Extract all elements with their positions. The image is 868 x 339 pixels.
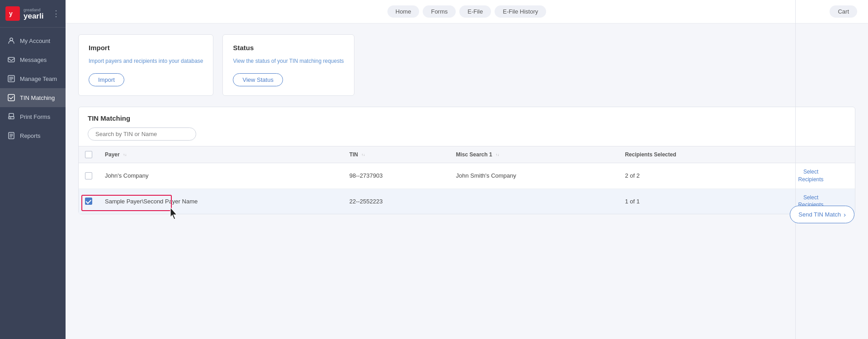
main-content: Home Forms E-File E-File History Cart Im…: [66, 0, 868, 339]
svg-rect-2: [8, 57, 14, 62]
cards-row: Import Import payers and recipients into…: [78, 34, 855, 96]
row2-tin: 22--2552223: [343, 188, 450, 214]
svg-rect-5: [9, 113, 14, 117]
tin-matching-section: TIN Matching Payer ↑↓: [78, 107, 855, 214]
logo-icon: y: [5, 6, 20, 21]
send-tin-match-arrow-icon: ›: [844, 211, 846, 218]
row1-tin: 98--2737903: [343, 163, 450, 189]
sidebar-item-reports[interactable]: Reports: [0, 126, 66, 145]
header-checkbox-col: [79, 146, 99, 163]
header-misc-search: Misc Search 1 ↑↓: [450, 146, 619, 163]
row2-checkbox-cell: [79, 188, 99, 214]
import-card-title: Import: [89, 44, 203, 52]
sidebar-item-tin-matching-label: TIN Matching: [20, 94, 55, 101]
table-row-highlighted: Sample Payer\Second Payer Name 22--25522…: [79, 188, 855, 214]
import-card: Import Import payers and recipients into…: [78, 34, 213, 96]
sidebar-item-messages-label: Messages: [20, 56, 47, 63]
row2-misc-search: [450, 188, 619, 214]
print-forms-icon: [7, 113, 15, 121]
tin-matching-header: TIN Matching: [79, 107, 855, 122]
sidebar-item-reports-label: Reports: [20, 132, 41, 139]
status-card-title: Status: [233, 44, 344, 52]
table-header-row: Payer ↑↓ TIN ↑↓ Misc Search 1 ↑↓ Recip: [79, 146, 855, 163]
sidebar-item-tin-matching[interactable]: TIN Matching: [0, 88, 66, 107]
select-all-checkbox[interactable]: [85, 151, 92, 158]
tin-sort-icon[interactable]: ↑↓: [361, 153, 365, 157]
row1-select-recipients: SelectRecipients: [767, 163, 855, 189]
manage-team-icon: [7, 75, 15, 83]
payer-sort-icon[interactable]: ↑↓: [123, 153, 127, 157]
content-area: Import Import payers and recipients into…: [66, 24, 868, 339]
view-status-button[interactable]: View Status: [233, 73, 283, 86]
sidebar-menu-icon[interactable]: ⋮: [52, 9, 60, 19]
sidebar: y greatland yearli ⋮ My Account: [0, 0, 66, 339]
messages-icon: [7, 56, 15, 64]
tin-matching-table: Payer ↑↓ TIN ↑↓ Misc Search 1 ↑↓ Recip: [79, 146, 855, 214]
sidebar-navigation: My Account Messages Manage Team: [0, 28, 66, 149]
row2-payer: Sample Payer\Second Payer Name: [99, 188, 343, 214]
status-card: Status View the status of your TIN match…: [222, 34, 354, 96]
send-tin-match-label: Send TIN Match: [798, 211, 841, 218]
send-tin-match-button[interactable]: Send TIN Match ›: [790, 206, 854, 223]
table-row: John's Company 98--2737903 John Smith's …: [79, 163, 855, 189]
tin-search-input[interactable]: [88, 127, 196, 141]
sidebar-item-manage-team-label: Manage Team: [20, 75, 57, 82]
row2-recipients: 1 of 1: [618, 188, 767, 214]
row1-misc-search: John Smith's Company: [450, 163, 619, 189]
top-nav-links: Home Forms E-File E-File History: [387, 5, 547, 18]
header-tin: TIN ↑↓: [343, 146, 450, 163]
sidebar-item-messages[interactable]: Messages: [0, 50, 66, 69]
logo-text: greatland yearli: [24, 8, 43, 20]
top-navigation: Home Forms E-File E-File History Cart: [66, 0, 868, 24]
sidebar-item-print-forms[interactable]: Print Forms: [0, 107, 66, 126]
logo-bar: y greatland yearli ⋮: [0, 0, 66, 28]
header-recipients: Recipients Selected: [618, 146, 767, 163]
row1-checkbox[interactable]: [85, 172, 92, 179]
reports-icon: [7, 132, 15, 140]
my-account-icon: [7, 37, 15, 45]
row1-recipients: 2 of 2: [618, 163, 767, 189]
svg-rect-7: [9, 118, 11, 118]
tin-search-area: [79, 122, 855, 146]
sidebar-item-manage-team[interactable]: Manage Team: [0, 69, 66, 88]
sidebar-item-my-account[interactable]: My Account: [0, 31, 66, 50]
header-actions: [767, 146, 855, 163]
nav-efile[interactable]: E-File: [459, 5, 491, 18]
svg-point-1: [10, 38, 13, 41]
status-card-description: View the status of your TIN matching req…: [233, 57, 344, 65]
tin-matching-icon: [7, 94, 15, 102]
table-body: John's Company 98--2737903 John Smith's …: [79, 163, 855, 214]
cart-button[interactable]: Cart: [830, 5, 857, 18]
row2-checkbox[interactable]: [85, 198, 92, 205]
nav-efile-history[interactable]: E-File History: [495, 5, 546, 18]
svg-text:y: y: [9, 10, 13, 17]
row1-payer: John's Company: [99, 163, 343, 189]
header-payer: Payer ↑↓: [99, 146, 343, 163]
row1-select-link[interactable]: SelectRecipients: [773, 168, 849, 184]
nav-home[interactable]: Home: [387, 5, 420, 18]
sidebar-item-print-forms-label: Print Forms: [20, 113, 50, 120]
row1-checkbox-cell: [79, 163, 99, 189]
misc-sort-icon[interactable]: ↑↓: [495, 153, 499, 157]
right-divider: [795, 0, 796, 339]
import-button[interactable]: Import: [89, 73, 124, 86]
import-card-description: Import payers and recipients into your d…: [89, 57, 203, 65]
svg-rect-4: [8, 94, 14, 101]
sidebar-item-my-account-label: My Account: [20, 38, 50, 44]
nav-forms[interactable]: Forms: [423, 5, 456, 18]
